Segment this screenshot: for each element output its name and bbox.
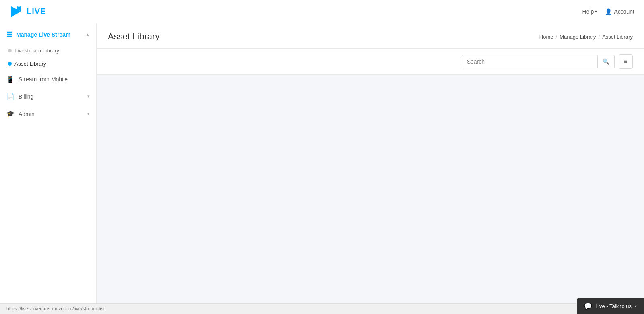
breadcrumb-manage-library[interactable]: Manage Library <box>559 34 596 40</box>
logo-icon <box>10 5 23 19</box>
account-user-icon: 👤 <box>605 8 612 15</box>
asset-library-dot <box>8 62 12 66</box>
content-toolbar: 🔍 ≡ <box>97 49 644 75</box>
page-title-area: Asset Library Home / Manage Library / As… <box>108 31 633 48</box>
svg-rect-1 <box>19 6 21 11</box>
sidebar-item-stream-from-mobile[interactable]: 📱 Stream from Mobile <box>0 70 96 88</box>
breadcrumb-sep-1: / <box>556 34 557 40</box>
sidebar-item-admin[interactable]: 🎓 Admin ▾ <box>0 105 96 122</box>
sidebar-item-billing[interactable]: 📄 Billing ▾ <box>0 88 96 105</box>
sidebar-item-livestream-library[interactable]: Livestream Library <box>0 44 96 57</box>
sort-icon: ≡ <box>624 58 627 65</box>
chat-widget[interactable]: 💬 Live - Talk to us ▾ <box>577 298 644 314</box>
manage-live-stream-chevron-icon: ▲ <box>85 32 90 37</box>
admin-icon: 🎓 <box>6 110 14 118</box>
search-input[interactable] <box>462 55 597 68</box>
status-bar: https://liveservercms.muvi.com/live/stre… <box>0 303 644 314</box>
nav-right: Help ▾ 👤 Account <box>582 8 634 15</box>
sidebar-item-asset-library[interactable]: Asset Library <box>0 57 96 70</box>
search-button[interactable]: 🔍 <box>597 55 614 68</box>
breadcrumb-sep-2: / <box>599 34 600 40</box>
help-chevron-icon: ▾ <box>595 9 597 14</box>
stream-mobile-icon: 📱 <box>6 75 14 83</box>
breadcrumb: Home / Manage Library / Asset Library <box>539 34 633 40</box>
top-nav: LIVE Help ▾ 👤 Account <box>0 0 644 23</box>
help-button[interactable]: Help ▾ <box>582 8 597 15</box>
logo-text: LIVE <box>27 7 46 16</box>
livestream-library-dot <box>8 49 12 52</box>
layout: ☰ Manage Live Stream ▲ Livestream Librar… <box>0 23 644 303</box>
content-body <box>97 75 644 303</box>
sidebar-section-title: ☰ Manage Live Stream <box>6 31 70 38</box>
breadcrumb-home[interactable]: Home <box>539 34 553 40</box>
breadcrumb-current: Asset Library <box>602 34 633 40</box>
billing-chevron-icon: ▾ <box>87 94 90 99</box>
svg-rect-0 <box>17 6 19 11</box>
logo-area[interactable]: LIVE <box>10 5 46 19</box>
page-title: Asset Library <box>108 31 159 42</box>
admin-chevron-icon: ▾ <box>87 111 90 116</box>
main-content: Asset Library Home / Manage Library / As… <box>97 23 644 303</box>
search-icon: 🔍 <box>603 58 609 65</box>
manage-live-stream-section[interactable]: ☰ Manage Live Stream ▲ <box>0 23 96 44</box>
sidebar: ☰ Manage Live Stream ▲ Livestream Librar… <box>0 23 97 303</box>
search-box: 🔍 <box>462 55 615 68</box>
chat-chevron-icon: ▾ <box>635 304 637 308</box>
sort-button[interactable]: ≡ <box>619 54 633 69</box>
chat-icon: 💬 <box>584 302 592 310</box>
manage-live-stream-icon: ☰ <box>6 31 12 38</box>
account-button[interactable]: 👤 Account <box>605 8 634 15</box>
content-header: Asset Library Home / Manage Library / As… <box>97 23 644 49</box>
billing-icon: 📄 <box>6 93 14 100</box>
